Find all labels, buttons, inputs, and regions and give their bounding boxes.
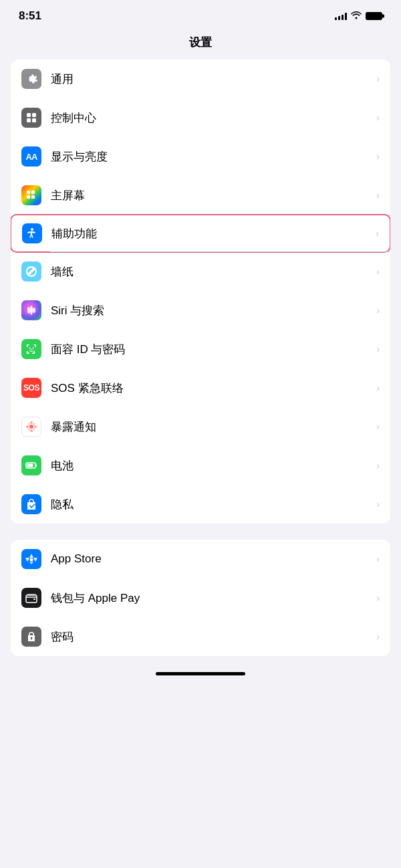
wallet-chevron: ›	[376, 592, 380, 603]
svg-rect-28	[33, 599, 35, 600]
exposure-label: 暴露通知	[51, 419, 371, 435]
tongyong-chevron: ›	[376, 74, 380, 84]
battery-status-icon	[366, 12, 382, 20]
svg-point-21	[28, 429, 30, 431]
kongzhizhongxin-icon	[21, 108, 41, 128]
svg-rect-7	[31, 195, 35, 199]
fuzhugongneng-icon	[22, 223, 42, 243]
signal-icon	[335, 12, 347, 20]
xianshi-icon: AA	[21, 146, 41, 167]
settings-row-appstore[interactable]: App Store ›	[11, 540, 390, 578]
status-time: 8:51	[19, 9, 41, 23]
svg-point-13	[33, 348, 34, 349]
privacy-label: 隐私	[51, 497, 371, 512]
settings-row-faceid[interactable]: 面容 ID 与密码 ›	[11, 330, 390, 368]
settings-row-kongzhizhongxin[interactable]: 控制中心 ›	[11, 98, 390, 137]
svg-point-10	[30, 306, 33, 315]
xianshi-label: 显示与亮度	[51, 149, 371, 165]
battery-chevron: ›	[376, 460, 380, 471]
appstore-icon	[21, 549, 41, 569]
svg-rect-5	[31, 191, 35, 194]
faceid-label: 面容 ID 与密码	[51, 342, 371, 357]
fuzhugongneng-chevron: ›	[376, 228, 379, 239]
settings-row-zhupingmu[interactable]: 主屏幕 ›	[11, 176, 390, 215]
zhupingmu-label: 主屏幕	[51, 188, 371, 203]
settings-group-1: 通用 › 控制中心 › AA 显示与亮度 ›	[11, 60, 390, 524]
siri-icon	[21, 300, 41, 320]
svg-point-14	[29, 425, 33, 429]
password-label: 密码	[51, 629, 371, 645]
bianzhi-label: 墙纸	[51, 264, 371, 280]
exposure-chevron: ›	[376, 421, 380, 432]
tongyong-icon	[21, 69, 41, 89]
sos-label: SOS 紧急联络	[51, 381, 371, 396]
svg-rect-24	[27, 464, 33, 467]
wallet-icon	[21, 588, 41, 608]
settings-row-xianshi[interactable]: AA 显示与亮度 ›	[11, 137, 390, 176]
privacy-chevron: ›	[376, 499, 380, 510]
svg-rect-3	[32, 118, 36, 122]
svg-point-9	[27, 307, 30, 314]
svg-point-22	[33, 429, 35, 431]
svg-point-12	[29, 348, 31, 349]
home-indicator	[156, 672, 245, 675]
status-bar: 8:51	[0, 0, 401, 28]
svg-point-19	[28, 423, 30, 425]
settings-row-password[interactable]: 密码 ›	[11, 617, 390, 656]
settings-row-fuzhugongneng[interactable]: 辅助功能 ›	[11, 214, 390, 253]
zhupingmu-icon	[21, 185, 41, 205]
settings-row-siri[interactable]: Siri 与搜索 ›	[11, 291, 390, 330]
svg-point-8	[31, 228, 33, 231]
settings-row-exposure[interactable]: 暴露通知 ›	[11, 407, 390, 446]
svg-rect-30	[31, 638, 32, 640]
svg-rect-1	[32, 113, 36, 117]
settings-group-2: App Store › 钱包与 Apple Pay › 密码 ›	[11, 540, 390, 656]
appstore-label: App Store	[51, 552, 371, 566]
faceid-chevron: ›	[376, 344, 380, 354]
xianshi-chevron: ›	[376, 151, 380, 162]
siri-label: Siri 与搜索	[51, 303, 371, 318]
page-title: 设置	[0, 28, 401, 60]
appstore-chevron: ›	[376, 554, 380, 564]
battery-label: 电池	[51, 458, 371, 473]
kongzhizhongxin-label: 控制中心	[51, 110, 371, 126]
sos-icon: SOS	[21, 378, 41, 398]
settings-row-battery[interactable]: 电池 ›	[11, 446, 390, 485]
svg-point-20	[33, 423, 35, 425]
svg-point-16	[30, 429, 33, 432]
wifi-icon	[351, 11, 362, 21]
svg-point-15	[30, 421, 33, 424]
siri-chevron: ›	[376, 305, 380, 316]
privacy-icon	[21, 494, 41, 514]
password-icon	[21, 627, 41, 647]
settings-row-wallet[interactable]: 钱包与 Apple Pay ›	[11, 578, 390, 617]
svg-point-17	[26, 425, 29, 428]
password-chevron: ›	[376, 631, 380, 642]
svg-rect-6	[27, 195, 30, 199]
svg-rect-25	[35, 465, 37, 467]
status-icons	[335, 11, 382, 21]
sos-text: SOS	[23, 383, 39, 393]
faceid-icon	[21, 339, 41, 359]
fuzhugongneng-label: 辅助功能	[51, 226, 370, 241]
settings-row-privacy[interactable]: 隐私 ›	[11, 485, 390, 524]
settings-row-bianzhi[interactable]: 墙纸 ›	[11, 252, 390, 291]
svg-rect-4	[27, 191, 30, 194]
sos-chevron: ›	[376, 383, 380, 393]
battery-icon	[21, 455, 41, 475]
settings-row-tongyong[interactable]: 通用 ›	[11, 60, 390, 98]
wallet-label: 钱包与 Apple Pay	[51, 590, 371, 606]
tongyong-label: 通用	[51, 72, 371, 87]
bianzhi-icon	[21, 261, 41, 282]
kongzhizhongxin-chevron: ›	[376, 112, 380, 123]
svg-point-26	[30, 558, 33, 562]
svg-point-11	[33, 308, 35, 313]
bianzhi-chevron: ›	[376, 266, 380, 277]
exposure-icon	[21, 417, 41, 437]
svg-rect-2	[27, 118, 31, 122]
svg-point-18	[34, 425, 37, 428]
svg-rect-0	[27, 113, 31, 117]
settings-row-sos[interactable]: SOS SOS 紧急联络 ›	[11, 368, 390, 407]
zhupingmu-chevron: ›	[376, 190, 380, 201]
